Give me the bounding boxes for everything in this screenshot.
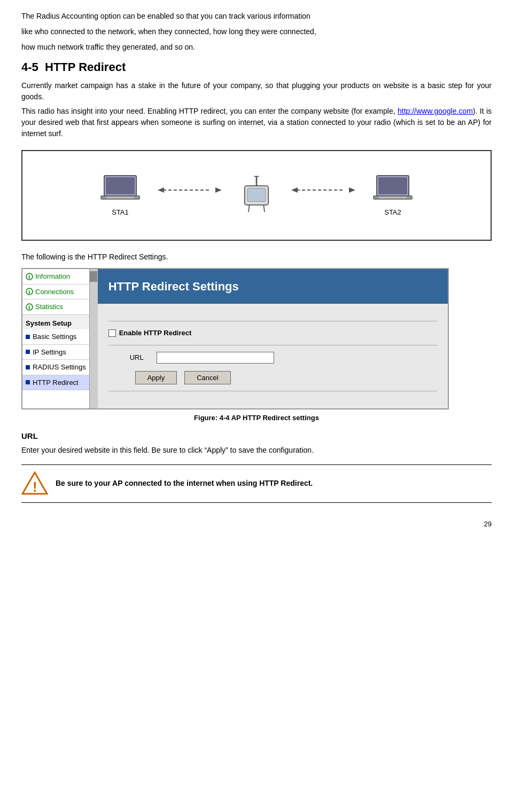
url-label: URL	[130, 352, 151, 363]
content-body: Enable HTTP Redirect URL Apply Cancel	[98, 304, 448, 408]
figure-caption: Figure: 4-4 AP HTTP Redirect settings	[21, 413, 492, 423]
connections-small-icon: ℹ	[26, 288, 33, 295]
caution-box: ! Be sure to your AP connected to the in…	[21, 464, 492, 503]
enable-label-text: Enable HTTP Redirect	[119, 328, 192, 338]
cancel-button[interactable]: Cancel	[184, 371, 230, 384]
sidebar-scroll: ℹ Information ℹ Connections ℹ Statistics	[22, 269, 98, 408]
sidebar-item-connections[interactable]: ℹ Connections	[22, 285, 89, 300]
sta1-label: STA1	[112, 207, 129, 218]
intro-line3: how much network traffic they generated,…	[21, 42, 492, 53]
svg-line-11	[248, 205, 250, 212]
ap-device	[238, 174, 275, 217]
arrow-sta1-ap	[158, 185, 222, 195]
sta1-laptop-icon	[99, 173, 142, 205]
sidebar-item-statistics[interactable]: ℹ Statistics	[22, 299, 89, 315]
content-header: HTTP Redirect Settings	[98, 269, 448, 304]
svg-rect-19	[379, 196, 407, 199]
section-heading: 4-5 HTTP Redirect	[21, 58, 492, 76]
following-text: The following is the HTTP Redirect Setti…	[21, 251, 492, 263]
sidebar-item-information[interactable]: ℹ Information	[22, 269, 89, 285]
intro-line2: like who connected to the network, when …	[21, 26, 492, 37]
body-para2-before: This radio has insight into your need. E…	[21, 107, 398, 115]
statistics-small-icon: ℹ	[26, 303, 33, 311]
divider-top	[108, 321, 437, 321]
apply-button[interactable]: Apply	[135, 371, 177, 384]
sta2-station: STA2	[371, 173, 414, 218]
divider-bottom	[108, 391, 437, 391]
url-section-body: Enter your desired website in this field…	[21, 445, 492, 456]
intro-line1: The Radius Accounting option can be enab…	[21, 11, 492, 22]
enable-checkbox[interactable]	[108, 329, 116, 337]
url-section-title: URL	[21, 430, 492, 443]
page-number: 29	[21, 519, 492, 530]
svg-rect-17	[378, 177, 407, 194]
caution-icon: !	[21, 470, 48, 497]
info-small-icon: ℹ	[26, 273, 33, 280]
sidebar-item-radius-settings[interactable]: RADIUS Settings	[22, 360, 89, 375]
svg-text:ℹ: ℹ	[28, 289, 30, 295]
url-input[interactable]	[157, 352, 274, 364]
body-para2: This radio has insight into your need. E…	[21, 106, 492, 139]
enable-checkbox-label[interactable]: Enable HTTP Redirect	[108, 328, 192, 338]
sidebar-square-icon2	[26, 350, 30, 354]
svg-marker-14	[291, 187, 298, 193]
svg-marker-5	[158, 187, 164, 193]
sta1-station: STA1	[99, 173, 142, 218]
url-row: URL	[130, 352, 437, 364]
sidebar-scrollbar[interactable]	[89, 269, 98, 408]
ap-icon	[238, 174, 275, 217]
sta2-laptop-icon	[371, 173, 414, 205]
network-diagram: STA1	[21, 150, 492, 241]
scrollbar-thumb[interactable]	[90, 271, 97, 282]
settings-container: ℹ Information ℹ Connections ℹ Statistics	[21, 268, 449, 409]
svg-marker-6	[215, 187, 222, 193]
svg-marker-15	[349, 187, 355, 193]
enable-http-redirect-row: Enable HTTP Redirect	[108, 328, 437, 338]
sidebar-item-http-redirect[interactable]: HTTP Redirect	[22, 375, 89, 391]
sidebar-item-basic-settings[interactable]: Basic Settings	[22, 329, 89, 345]
svg-text:ℹ: ℹ	[28, 305, 30, 310]
svg-text:ℹ: ℹ	[28, 274, 30, 280]
sta2-label: STA2	[384, 207, 401, 218]
system-setup-title: System Setup	[22, 315, 89, 330]
caution-text: Be sure to your AP connected to the inte…	[56, 478, 313, 489]
arrow-ap-sta2	[291, 185, 355, 195]
sidebar-square-icon3	[26, 365, 30, 369]
svg-text:!: !	[33, 479, 37, 495]
svg-rect-3	[106, 196, 134, 199]
body-para1: Currently market campaign has a stake in…	[21, 80, 492, 103]
divider-mid	[108, 345, 437, 345]
sidebar-square-icon	[26, 335, 30, 339]
sidebar-item-ip-settings[interactable]: IP Settings	[22, 345, 89, 360]
google-link[interactable]: http://www.google.com	[398, 107, 473, 115]
svg-rect-1	[106, 177, 135, 194]
main-content-area: HTTP Redirect Settings Enable HTTP Redir…	[98, 269, 448, 408]
button-row: Apply Cancel	[135, 371, 437, 384]
svg-line-12	[263, 205, 265, 212]
sidebar-content: ℹ Information ℹ Connections ℹ Statistics	[22, 269, 89, 408]
svg-rect-10	[247, 188, 266, 202]
sidebar-square-icon4	[26, 380, 30, 384]
